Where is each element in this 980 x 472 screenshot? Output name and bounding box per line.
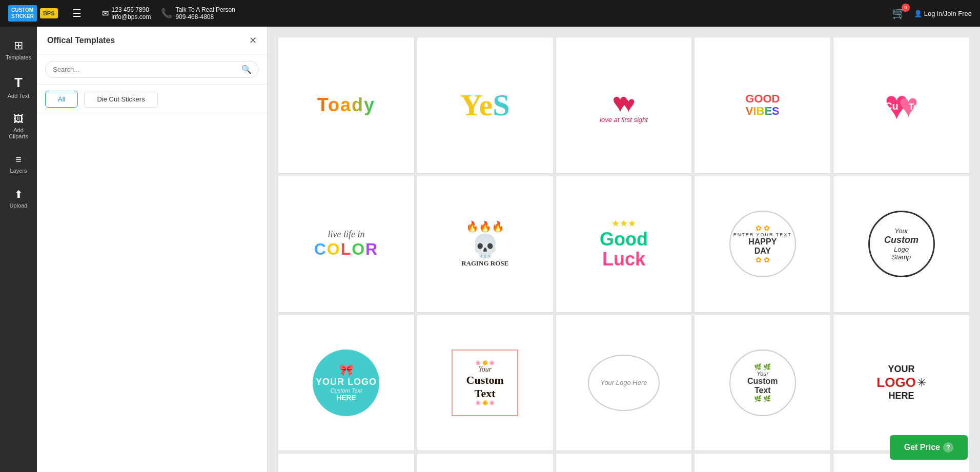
- cute-cu-text: Cu: [885, 100, 899, 112]
- tab-die-cut[interactable]: Die Cut Stickers: [84, 91, 157, 108]
- sidebar-icons: ⊞ Templates T Add Text 🖼 Add Cliparts ≡ …: [0, 27, 37, 472]
- template-happy-day[interactable]: ✿ ✿ ENTER YOUR TEXT HAPPY DAY ✿ ✿: [694, 176, 831, 313]
- template-custom-logo-stamp[interactable]: Your Custom Logo Stamp: [833, 176, 970, 313]
- stars-icons: ★★★: [600, 219, 648, 229]
- logo-bold-text: LOGO: [876, 375, 916, 391]
- templates-panel: Offical Templates ✕ 🔍 All Die Cut Sticke…: [37, 27, 268, 472]
- love-content: ♥ ♥ love at first sight: [600, 87, 648, 124]
- bps-logo: BPS: [40, 8, 58, 18]
- happy-text: HAPPY: [748, 237, 777, 247]
- search-input[interactable]: [45, 61, 259, 78]
- cart-button[interactable]: 🛒 0: [892, 7, 906, 20]
- good-text: GOOD: [745, 93, 780, 105]
- c-e: O: [352, 240, 365, 258]
- your-logo-teal-text: YOUR LOGO: [316, 377, 377, 387]
- raging-rose-text: RAGING ROSE: [461, 259, 508, 268]
- template-good-luck[interactable]: ★★★ Good Luck: [556, 176, 692, 313]
- templates-grid: Toady YeS ♥ ♥ love at first sight: [278, 37, 970, 472]
- green-circle-content: 🌿 🌿 Your Custom Text 🌿 🌿: [729, 350, 796, 416]
- template-raging-rose[interactable]: 🔥🔥🔥 💀 RAGING ROSE: [417, 176, 554, 313]
- here-bold-text: HERE: [876, 391, 926, 401]
- panel-header: Offical Templates ✕: [37, 27, 267, 55]
- close-button[interactable]: ✕: [249, 35, 257, 46]
- your-logo-here-text: Your Logo Here: [600, 379, 647, 386]
- good-vibes-text: GOOD VIBES: [745, 93, 780, 117]
- add-cliparts-icon: 🖼: [13, 113, 24, 125]
- floral-bottom-deco: 🌸 🌼 🌸: [475, 400, 495, 405]
- cart-badge: 0: [902, 4, 910, 12]
- live-life-text: live life in: [314, 229, 379, 240]
- template-your-custom-green[interactable]: 🌿 🌿 Your Custom Text 🌿 🌿: [694, 315, 831, 452]
- template-yes[interactable]: YeS: [417, 37, 554, 174]
- phone-contact: 📞 Talk To A Real Person 909-468-4808: [161, 6, 235, 20]
- email-address: info@bps.com: [112, 13, 151, 20]
- luck-text: Luck: [600, 249, 648, 270]
- text-word: Text: [475, 387, 496, 400]
- template-your-logo-bold[interactable]: YOUR LOGO ✳ HERE: [833, 315, 970, 452]
- template-your-logo-oval[interactable]: Your Logo Here: [556, 315, 692, 452]
- help-icon: ?: [943, 442, 953, 453]
- cute-text-overlay: Cu Te: [868, 79, 935, 131]
- add-text-icon: T: [14, 75, 23, 91]
- cute-te-text: Te: [909, 102, 918, 112]
- sidebar-item-upload[interactable]: ⬆ Upload: [0, 181, 37, 216]
- teal-logo-content: 🎀 YOUR LOGO Custom Text HERE: [313, 350, 379, 416]
- template-placeholder-1[interactable]: [278, 453, 415, 472]
- contact-email: ✉ 123 456 7890 info@bps.com: [102, 6, 151, 20]
- your-bold-text: YOUR: [876, 364, 926, 375]
- template-good-vibes[interactable]: GOOD VIBES: [694, 37, 831, 174]
- upload-icon: ⬆: [14, 188, 23, 200]
- template-placeholder-3[interactable]: [556, 453, 692, 472]
- templates-label: Templates: [6, 54, 31, 60]
- c-v: L: [341, 240, 352, 258]
- hamburger-menu[interactable]: ☰: [72, 7, 81, 19]
- love-hearts: ♥ ♥: [612, 87, 635, 118]
- heart2-icon: ♥: [622, 91, 635, 118]
- layers-icon: ≡: [15, 154, 22, 166]
- floral-top-deco: 🌸 🌼 🌸: [475, 360, 495, 365]
- template-your-logo-teal[interactable]: 🎀 YOUR LOGO Custom Text HERE: [278, 315, 415, 452]
- login-button[interactable]: 👤 Log in/Join Free: [914, 10, 972, 17]
- get-price-label: Get Price: [904, 443, 940, 452]
- oval-content: Your Logo Here: [588, 355, 660, 411]
- templates-icon: ⊞: [14, 39, 23, 52]
- live-color-content: live life in COLOR: [314, 229, 379, 259]
- text-green-word: Text: [754, 386, 771, 395]
- template-cute[interactable]: ♥ ♥ Cu Te: [833, 37, 970, 174]
- love-text: love at first sight: [600, 116, 648, 124]
- get-price-button[interactable]: Get Price ?: [890, 435, 968, 460]
- navbar-right: 🛒 0 👤 Log in/Join Free: [892, 7, 972, 20]
- talk-label: Talk To A Real Person: [175, 6, 235, 13]
- color-letters: COLOR: [314, 240, 379, 259]
- your-green-text: Your: [757, 371, 768, 377]
- template-your-custom-floral[interactable]: 🌸 🌼 🌸 Your Custom Text 🌸 🌼 🌸: [417, 315, 554, 452]
- sidebar-item-add-cliparts[interactable]: 🖼 Add Cliparts: [0, 106, 37, 147]
- template-toady[interactable]: Toady: [278, 37, 415, 174]
- here-text-teal: HERE: [336, 394, 356, 402]
- search-bar: 🔍: [37, 55, 267, 85]
- sidebar-item-templates[interactable]: ⊞ Templates: [0, 32, 37, 68]
- logo-group[interactable]: CUSTOMSTICKER BPS: [8, 5, 58, 22]
- phone2: 909-468-4808: [175, 13, 235, 20]
- phone-number: 123 456 7890: [112, 6, 151, 13]
- skull-icon: 💀: [461, 233, 508, 259]
- template-placeholder-4[interactable]: [694, 453, 831, 472]
- stamp-logo: Logo: [894, 245, 909, 253]
- c-i: O: [327, 240, 341, 258]
- tab-all[interactable]: All: [45, 91, 78, 108]
- template-live-color[interactable]: live life in COLOR: [278, 176, 415, 313]
- sidebar-item-add-text[interactable]: T Add Text: [0, 68, 37, 106]
- user-icon: 👤: [914, 10, 922, 17]
- floral-content: 🌸 🌼 🌸 Your Custom Text 🌸 🌼 🌸: [452, 350, 518, 416]
- template-love-first-sight[interactable]: ♥ ♥ love at first sight: [556, 37, 692, 174]
- layers-label: Layers: [10, 168, 27, 174]
- template-placeholder-2[interactable]: [417, 453, 554, 472]
- sidebar-item-layers[interactable]: ≡ Layers: [0, 147, 37, 181]
- add-text-label: Add Text: [8, 93, 30, 99]
- vibes-text: VIBES: [745, 105, 780, 117]
- cute-content: ♥ ♥ Cu Te: [868, 79, 935, 131]
- panel-title: Offical Templates: [47, 36, 115, 45]
- search-icon[interactable]: 🔍: [241, 65, 252, 74]
- good-luck-content: ★★★ Good Luck: [600, 219, 648, 270]
- canvas-area: Toady YeS ♥ ♥ love at first sight: [268, 27, 980, 472]
